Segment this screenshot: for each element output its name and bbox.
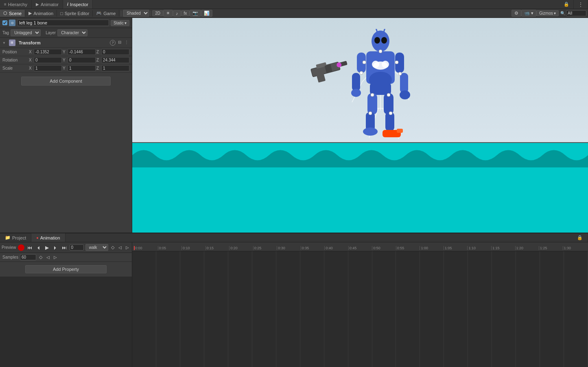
inspector-icon: i	[67, 2, 68, 7]
transform-settings-btn[interactable]: ⊟	[117, 40, 122, 46]
svg-line-20	[384, 29, 385, 32]
position-label: Position	[2, 50, 29, 54]
ruler-mark-0: 0:00	[134, 246, 158, 250]
samples-label: Samples	[2, 255, 18, 259]
stats-toggle[interactable]: 📊	[201, 10, 212, 17]
svg-point-27	[382, 61, 389, 68]
shaded-dropdown[interactable]: Shaded	[123, 10, 149, 17]
animation-record-icon: ●	[36, 236, 38, 240]
transform-toggle[interactable]: ▼	[2, 41, 6, 45]
svg-point-50	[369, 112, 372, 115]
camera-toggle[interactable]: 📷	[190, 10, 201, 17]
tag-label: Tag	[2, 31, 9, 35]
add-property-button[interactable]: Add Property	[25, 265, 107, 273]
rotation-x-field: X	[29, 57, 62, 63]
scale-y-input[interactable]	[68, 65, 96, 71]
svg-point-45	[395, 61, 398, 64]
tools-button[interactable]: ⚙	[511, 10, 521, 17]
add-component-button[interactable]: Add Component	[21, 77, 111, 86]
key-left-btn[interactable]: ◁	[45, 255, 51, 259]
tab-animation-scene[interactable]: ▶ Animation	[25, 10, 57, 17]
ruler-mark-6: 0:30	[277, 246, 301, 250]
tab-lock[interactable]: 🔒	[560, 0, 574, 9]
tab-project[interactable]: 📁 Project	[0, 233, 31, 242]
timeline-cell-5	[252, 251, 276, 367]
tab-hierarchy[interactable]: ≡ Hierarchy	[0, 0, 32, 9]
add-property-label: Add Property	[53, 267, 79, 272]
static-button[interactable]: Static ▾	[111, 20, 129, 26]
tab-inspector[interactable]: i Inspector	[63, 0, 93, 9]
timeline-cell-11	[396, 251, 420, 367]
layers-search-input[interactable]	[566, 10, 586, 16]
animation-timeline[interactable]: 0:000:050:100:150:200:250:300:350:400:45…	[132, 242, 588, 367]
scene-panel	[132, 18, 588, 233]
key-right-btn[interactable]: ▷	[52, 255, 58, 259]
scene-view[interactable]	[132, 18, 588, 233]
position-xyz: X Y Z	[29, 49, 129, 55]
audio-toggle[interactable]: ♪	[173, 10, 181, 17]
position-x-input[interactable]	[34, 49, 62, 55]
object-name-input[interactable]	[17, 20, 109, 26]
record-button[interactable]	[18, 244, 24, 251]
lock-anim-tab[interactable]: 🔒	[572, 233, 588, 242]
wave-svg	[132, 143, 588, 167]
ruler-mark-4: 0:20	[229, 246, 253, 250]
go-start-button[interactable]: ⏮	[26, 245, 33, 250]
light-toggle[interactable]: ☀	[163, 10, 173, 17]
gizmos-button[interactable]: Gizmos ▾	[536, 10, 559, 16]
rotation-x-label: X	[29, 58, 33, 62]
play-button[interactable]: ▶	[44, 245, 50, 250]
tab-animation-label: Animation	[33, 11, 53, 16]
tab-game[interactable]: 🎮 Game	[93, 10, 119, 17]
transform-header: ▼ ⊞ Transform ? ⊟ ⋮	[0, 38, 132, 48]
position-y-label: Y	[63, 50, 67, 54]
timeline-cell-16	[516, 251, 540, 367]
svg-point-43	[379, 50, 382, 53]
ruler-mark-2: 0:10	[181, 246, 205, 250]
svg-line-18	[376, 29, 377, 32]
timeline-cell-0	[132, 251, 156, 367]
object-enabled-checkbox[interactable]	[2, 20, 7, 25]
layer-select[interactable]: Character	[57, 29, 87, 36]
time-input[interactable]	[70, 244, 84, 251]
water-area	[132, 143, 588, 233]
rotation-x-input[interactable]	[34, 57, 62, 63]
diamond-key-btn[interactable]: ◇	[110, 245, 116, 250]
position-z-input[interactable]	[101, 49, 129, 55]
timeline-content[interactable]	[132, 251, 588, 367]
gizmos-label: Gizmos	[539, 11, 553, 15]
go-end-button[interactable]: ⏭	[61, 245, 68, 250]
clip-select[interactable]: walk	[85, 244, 108, 251]
rotation-z-label: Z	[96, 58, 101, 62]
fx-toggle[interactable]: fx	[181, 10, 190, 16]
rotation-y-input[interactable]	[68, 57, 96, 63]
scene-icon: ⬡	[3, 11, 7, 16]
transform-more-btn[interactable]: ⋮	[124, 40, 129, 46]
tab-animation[interactable]: ● Animation	[31, 233, 65, 242]
diamond-btn2[interactable]: ◇	[38, 255, 44, 259]
tab-animator[interactable]: ▶ Animator	[32, 0, 63, 9]
tag-select[interactable]: Untagged	[11, 29, 41, 36]
inspector-panel: ⊙ Static ▾ Tag Untagged Layer Character …	[0, 18, 132, 233]
samples-input[interactable]	[20, 254, 36, 260]
step-forward-button[interactable]: ⏵	[52, 245, 59, 250]
static-label: Static	[114, 21, 124, 25]
scale-x-input[interactable]	[34, 65, 62, 71]
timeline-cell-9	[348, 251, 372, 367]
tab-scene[interactable]: ⬡ Scene	[0, 10, 25, 17]
step-back-button[interactable]: ⏴	[35, 245, 42, 250]
transform-info-btn[interactable]: ?	[110, 40, 116, 46]
tag-layer-row: Tag Untagged Layer Character	[0, 28, 132, 38]
scale-z-input[interactable]	[101, 65, 129, 71]
2d-button[interactable]: 2D	[152, 10, 163, 16]
key-btn-right[interactable]: ▷	[125, 246, 130, 250]
key-btn-left[interactable]: ◁	[117, 246, 123, 250]
game-icon: 🎮	[96, 11, 102, 16]
rotation-y-label: Y	[63, 58, 67, 62]
camera-button[interactable]: 📹 ▾	[521, 10, 536, 17]
tab-more[interactable]: ⋮	[574, 0, 588, 9]
svg-point-46	[360, 71, 363, 75]
rotation-z-input[interactable]	[101, 57, 129, 63]
position-y-input[interactable]	[68, 49, 96, 55]
tab-sprite-editor[interactable]: □ Sprite Editor	[57, 10, 93, 17]
